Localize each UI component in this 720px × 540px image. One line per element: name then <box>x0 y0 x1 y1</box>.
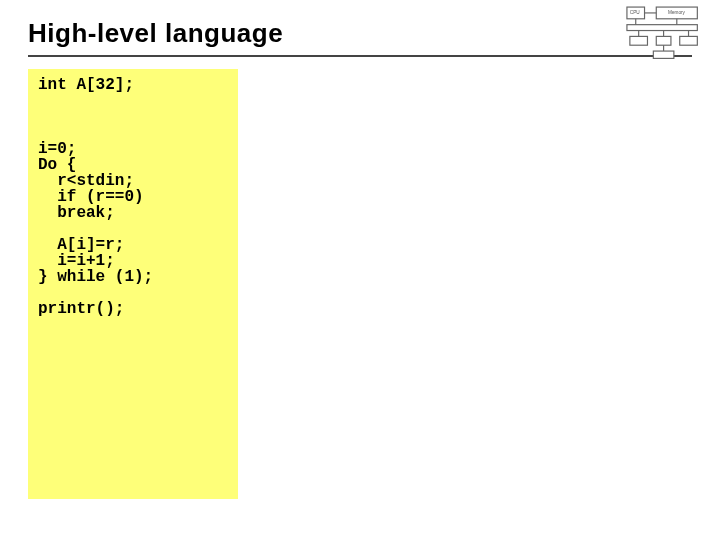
svg-rect-8 <box>680 36 698 45</box>
slide-title: High-level language <box>28 18 692 53</box>
svg-rect-6 <box>630 36 648 45</box>
slide: High-level language int A[32]; i=0; Do {… <box>0 0 720 499</box>
svg-rect-12 <box>653 51 674 58</box>
diagram-label-cpu: CPU <box>630 10 641 15</box>
code-block: int A[32]; i=0; Do { r<stdin; if (r==0) … <box>28 69 238 499</box>
svg-rect-3 <box>627 25 697 31</box>
computer-diagram-icon: CPU Memory <box>624 4 712 60</box>
svg-rect-7 <box>656 36 671 45</box>
diagram-label-memory: Memory <box>668 10 686 15</box>
title-rule <box>28 55 692 57</box>
